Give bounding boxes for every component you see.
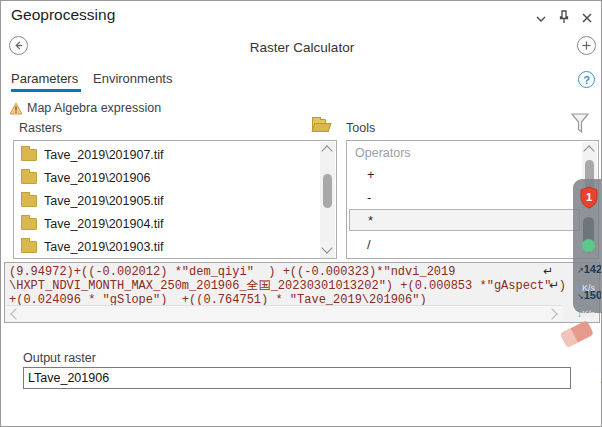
add-tool-button[interactable] (577, 36, 596, 55)
help-icon[interactable]: ? (578, 71, 595, 88)
operators-group-header: Operators (355, 146, 411, 160)
tab-parameters[interactable]: Parameters (11, 71, 78, 86)
active-tab-underline (11, 89, 81, 92)
scroll-right-icon[interactable] (546, 308, 557, 319)
tools-list: Operators + - * / (346, 140, 599, 259)
expression-editor[interactable]: (9.94972)+((-0.002012) *"dem_qiyi" ) +((… (4, 262, 600, 323)
scroll-left-icon[interactable] (10, 308, 21, 319)
scroll-up-icon[interactable] (321, 145, 332, 156)
browse-rasters-folder-icon[interactable] (312, 119, 331, 133)
list-item[interactable]: Tave_2019\201903.tif (14, 235, 336, 258)
tool-title: Raster Calculator (1, 40, 602, 55)
pane-menu-chevron-down-icon[interactable] (533, 11, 549, 31)
scroll-down-icon[interactable] (321, 242, 332, 253)
operator-plus[interactable]: + (347, 163, 598, 186)
tools-label: Tools (346, 121, 375, 135)
expression-hscrollbar[interactable] (6, 305, 562, 321)
shield-badge-icon[interactable]: 1 (579, 186, 599, 209)
floating-widget[interactable]: 1 ↗142 ↑K/s ↘150 ↓K/s (573, 179, 602, 313)
return-mark-icon: ↵ (549, 278, 559, 292)
output-raster-label: Output raster (23, 351, 96, 365)
list-item[interactable]: Tave_2019\201906 (14, 166, 336, 189)
folder-icon (21, 172, 37, 184)
folder-icon (21, 195, 37, 207)
list-item[interactable]: Tave_2019\201905.tif (14, 189, 336, 212)
rasters-list: Tave_2019\201907.tif Tave_2019\201906 Ta… (13, 140, 337, 259)
operator-divide[interactable]: / (347, 233, 598, 256)
expression-line: (9.94972)+((-0.002012) *"dem_qiyi" ) +((… (9, 265, 569, 279)
eraser-icon[interactable] (560, 320, 594, 348)
output-raster-input[interactable] (23, 367, 571, 389)
folder-icon (21, 241, 37, 253)
list-item[interactable]: Tave_2019\201904.tif (14, 212, 336, 235)
folder-icon (21, 149, 37, 161)
pin-icon[interactable] (556, 9, 572, 29)
geoprocessing-pane: Geoprocessing Raster Calculator Paramete… (0, 0, 602, 427)
list-item[interactable]: Tave_2019\201907.tif (14, 143, 336, 166)
scroll-thumb[interactable] (323, 174, 332, 208)
map-algebra-expression-label: Map Algebra expression (27, 101, 161, 115)
download-speed: ↘150 ↓K/s (577, 285, 602, 321)
expression-line: \HXPT_NDVI_MONTH_MAX_250m_201906_全国_2023… (9, 279, 569, 293)
close-icon[interactable] (579, 10, 595, 30)
widget-ball-icon[interactable] (582, 239, 595, 252)
warning-icon (9, 101, 23, 119)
list-item-partial[interactable] (14, 258, 336, 259)
return-mark-icon: ↵ (543, 264, 553, 278)
pane-title: Geoprocessing (11, 6, 115, 24)
rasters-scrollbar[interactable] (320, 142, 335, 259)
tab-environments[interactable]: Environments (93, 71, 172, 86)
rasters-label: Rasters (19, 121, 62, 135)
expression-text[interactable]: (9.94972)+((-0.002012) *"dem_qiyi" ) +((… (9, 265, 569, 306)
svg-text:1: 1 (586, 191, 592, 203)
folder-icon (21, 218, 37, 230)
filter-icon[interactable] (568, 111, 592, 141)
operator-multiply-selected[interactable]: * (349, 209, 580, 231)
operator-minus[interactable]: - (347, 186, 598, 209)
scroll-up-icon[interactable] (583, 145, 594, 156)
